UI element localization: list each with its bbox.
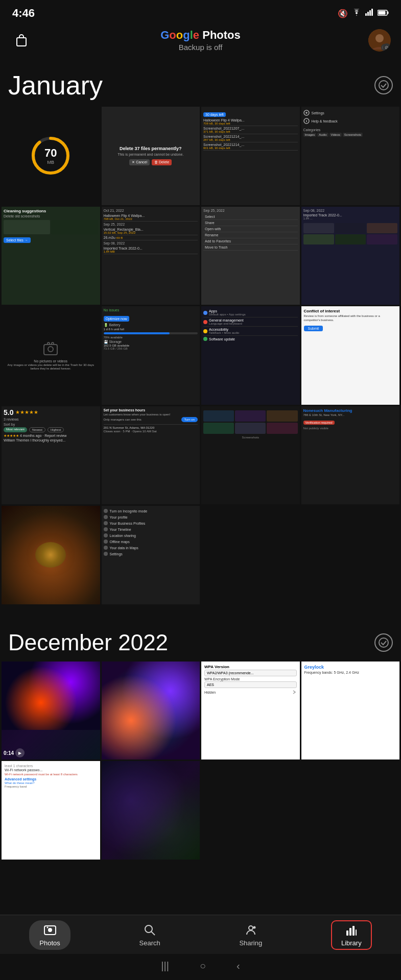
tab-photos[interactable]: Photos [29, 920, 70, 950]
settings-row-1: Settings [303, 109, 398, 117]
food-photo-cell[interactable] [2, 506, 100, 604]
december-check[interactable] [374, 633, 393, 652]
business-profile-cell[interactable]: Nonesuch Manufacturing 786 E 10th St, Ne… [301, 406, 400, 505]
wifi-icon [352, 9, 361, 18]
video-overlay: 0:14 ▶ [4, 748, 25, 757]
avatar[interactable]: ⊘ [368, 29, 391, 52]
photo-list-jan-cell[interactable]: Oct 21, 2022 Halloween Flip 4 Wallpa... … [102, 207, 200, 305]
apps-list-cell[interactable]: Apps Default apps • App settings General… [201, 306, 300, 405]
android-back[interactable]: ‹ [237, 960, 240, 972]
delete-dialog-cell[interactable]: Delete 37 files permanently? This is per… [102, 107, 200, 205]
sharing-icon [244, 923, 257, 937]
mute-icon: 🔇 [338, 9, 348, 18]
delete-title: Delete 37 files permanently? [120, 146, 182, 152]
signal-icon [365, 9, 373, 18]
dark-wallpaper-cell[interactable] [102, 761, 200, 860]
android-nav: ||| ○ ‹ [0, 954, 401, 980]
play-button[interactable]: ▶ [15, 748, 25, 757]
december-grid: 0:14 ▶ WPA Version WPA2/WPA3 (recommende… [0, 662, 401, 860]
conflict-title: Conflict of interest [304, 309, 397, 313]
review-cell[interactable]: 5.0 ★★★★★ 3 reviews Sort by Most relevan… [2, 406, 100, 505]
backup-status: Backup is off [160, 43, 241, 52]
context-item-trash: Move to Trash [203, 244, 298, 251]
nav-tabs: Photos Search Sharing [0, 915, 401, 954]
delete-mini[interactable]: 🗑 Delete [152, 159, 172, 165]
what-mean-link[interactable]: What do these mean? [5, 781, 97, 785]
context-menu-cell[interactable]: Sep 25, 2022 Select Share Open with Rena… [201, 207, 300, 305]
photo-item-2: Vertical_Rectangle_Bla... 15.02 kB, Sep … [104, 227, 198, 235]
maps-menu-cell[interactable]: Turn on Incognito mode Your profile Your… [102, 506, 200, 604]
cleaning-cell[interactable]: Cleaning suggestions Delete old screensh… [2, 207, 100, 305]
wifi-settings-cell[interactable]: WPA Version WPA2/WPA3 (recommende... WPA… [201, 662, 300, 760]
svg-line-25 [151, 932, 155, 935]
svg-point-9 [375, 34, 384, 42]
android-recents[interactable]: ||| [161, 960, 169, 972]
video-cell[interactable]: 0:14 ▶ [2, 662, 100, 760]
settings-row-2: Help & feedback [303, 117, 398, 125]
settings-categories: Categories Images Audio Videos Screensho… [303, 128, 398, 137]
wifi-enc-title: WPA Encryption Mode [204, 677, 297, 681]
bottom-nav: Photos Search Sharing [0, 915, 401, 980]
storage-info-cell[interactable]: No issues Optimize now 🔋 Battery 1 d 8 h… [102, 306, 200, 405]
submit-button[interactable]: Submit [304, 326, 323, 331]
conflict-text: Review is from someone affiliated with t… [304, 314, 397, 323]
january-check[interactable] [374, 76, 393, 94]
tab-sharing[interactable]: Sharing [229, 920, 272, 950]
december-title: December 2022 [8, 630, 168, 655]
greylock-cell[interactable]: Greylock Frequency bands: 5 GHz, 2.4 GHz [301, 662, 400, 760]
maps-item-business: Your Business Profiles [104, 520, 198, 526]
app-title: Google Photos [160, 29, 241, 42]
photo-date-3: Sep 08, 2022 [104, 241, 198, 245]
settings-list-cell[interactable]: Settings Help & feedback Categories Imag… [301, 107, 400, 205]
tab-library[interactable]: Library [331, 920, 372, 950]
advanced-settings[interactable]: Advanced settings [5, 777, 97, 781]
maps-item-incognito: Turn on Incognito mode [104, 508, 198, 514]
network-password-cell[interactable]: least 1 characters Wi-Fi network passwo.… [2, 761, 100, 860]
coral-cell[interactable] [102, 662, 200, 760]
delete-buttons: ✕ Cancel 🗑 Delete [129, 159, 172, 165]
coral-image [102, 662, 200, 760]
photo-item-3: 26.m3u 69 B [104, 235, 198, 240]
storage-bar-fill [104, 332, 170, 334]
dark-app-cell[interactable]: Screenshots [201, 406, 300, 505]
tag-highest[interactable]: Highest [48, 427, 64, 432]
turn-on-button[interactable]: Turn on [181, 417, 198, 422]
photos-icon [43, 923, 57, 937]
maps-item-timeline: Your Timeline [104, 526, 198, 532]
min-chars-note: least 1 characters [5, 764, 97, 768]
optimize-button[interactable]: Optimize now [104, 316, 129, 322]
biz-address: 786 E 10th St, New York, NY... [303, 413, 398, 416]
tag-newest[interactable]: Newest [29, 427, 45, 432]
android-home[interactable]: ○ [200, 960, 206, 972]
tab-search[interactable]: Search [129, 920, 171, 950]
biz-verify-badge[interactable]: Verification required [303, 421, 335, 425]
sharing-tab-label: Sharing [239, 939, 262, 947]
business-hours-cell[interactable]: Set your business hours Let customers kn… [102, 406, 200, 505]
file-list-cell[interactable]: 30 days left Halloween Flip 4 Wallpa... … [201, 107, 300, 205]
dark-screenshot-cell[interactable]: Sep 08, 2022 Imported Track 2022-0... 1.… [301, 207, 400, 305]
days-badge: 30 days left [203, 112, 226, 117]
december-section-header: December 2022 [0, 620, 401, 662]
settings-item-1: Settings [312, 111, 324, 115]
conflict-cell[interactable]: Conflict of interest Review is from some… [301, 306, 400, 405]
svg-rect-30 [352, 926, 355, 936]
search-icon [143, 923, 156, 937]
storage-circle-cell[interactable]: 70 MB [2, 107, 100, 205]
video-duration: 0:14 [4, 750, 14, 756]
cancel-mini[interactable]: ✕ Cancel [129, 159, 150, 165]
review-rating: 5.0 [4, 408, 13, 416]
tag-relevant[interactable]: Most relevant [4, 427, 27, 432]
file-item-2: Screenshot_20221207_... 371 kB, 30 days … [203, 126, 298, 134]
maps-item-offline: Offline maps [104, 538, 198, 545]
select-files-button[interactable]: Select files → [4, 237, 31, 243]
maps-item-data: Your data in Maps [104, 545, 198, 551]
no-items-cell[interactable]: No pictures or videosAny images or video… [2, 306, 100, 405]
storage-total: 73.5 GB / 256 GB [104, 347, 198, 350]
sort-label: Sort by [4, 423, 98, 426]
shop-button[interactable] [10, 29, 33, 52]
status-time: 4:46 [12, 7, 35, 20]
no-items-text: No pictures or videosAny images or video… [5, 359, 97, 370]
svg-rect-1 [367, 12, 369, 16]
app-item-apps: Apps Default apps • App settings [203, 308, 298, 317]
storage-label: 💾 Storage [104, 340, 198, 344]
